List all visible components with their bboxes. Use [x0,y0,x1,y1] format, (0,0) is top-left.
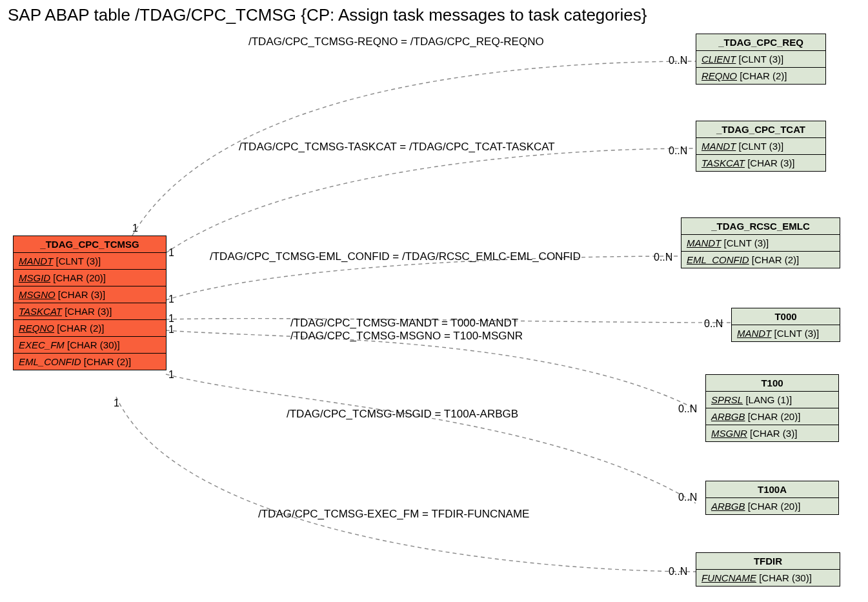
cardinality-left: 1 [168,247,174,259]
cardinality-right: 0..N [669,566,687,577]
entity-cpc-req: _TDAG_CPC_REQ CLIENT [CLNT (3)] REQNO [C… [696,34,826,85]
entity-header: _TDAG_CPC_REQ [696,34,825,51]
relation-label: /TDAG/CPC_TCMSG-MSGID = T100A-ARBGB [287,408,518,421]
relation-label: /TDAG/CPC_TCMSG-TASKCAT = /TDAG/CPC_TCAT… [239,141,555,154]
cardinality-right: 0..N [669,145,687,157]
cardinality-right: 0..N [678,492,697,503]
entity-header: _TDAG_CPC_TCMSG [14,236,166,253]
cardinality-right: 0..N [654,252,672,263]
field-row: CLIENT [CLNT (3)] [696,51,825,68]
relation-label: /TDAG/CPC_TCMSG-EXEC_FM = TFDIR-FUNCNAME [258,508,529,521]
field-row: MSGNR [CHAR (3)] [706,425,838,441]
cardinality-left: 1 [168,294,174,305]
relation-label: /TDAG/CPC_TCMSG-REQNO = /TDAG/CPC_REQ-RE… [248,35,544,48]
field-row: MANDT [CLNT (3)] [732,325,840,341]
field-row: MANDT [CLNT (3)] [696,138,825,155]
cardinality-right: 0..N [678,403,697,415]
field-row: TASKCAT [CHAR (3)] [14,303,166,320]
field-row: TASKCAT [CHAR (3)] [696,155,825,171]
relation-label: /TDAG/CPC_TCMSG-MSGNO = T100-MSGNR [290,330,523,343]
field-row: MANDT [CLNT (3)] [14,253,166,270]
field-row: ARBGB [CHAR (20)] [706,408,838,425]
field-row: EML_CONFID [CHAR (2)] [681,252,840,268]
relation-label: /TDAG/CPC_TCMSG-EML_CONFID = /TDAG/RCSC_… [210,250,581,263]
entity-tfdir: TFDIR FUNCNAME [CHAR (30)] [696,552,840,587]
entity-header: TFDIR [696,553,840,570]
field-row: MSGNO [CHAR (3)] [14,286,166,303]
relation-label: /TDAG/CPC_TCMSG-MANDT = T000-MANDT [290,317,518,330]
cardinality-left: 1 [168,313,174,325]
entity-header: _TDAG_RCSC_EMLC [681,218,840,235]
field-row: EML_CONFID [CHAR (2)] [14,354,166,370]
cardinality-left: 1 [168,324,174,336]
field-row: MSGID [CHAR (20)] [14,270,166,286]
cardinality-right: 0..N [704,318,723,330]
entity-rcsc-emlc: _TDAG_RCSC_EMLC MANDT [CLNT (3)] EML_CON… [681,217,840,268]
field-row: SPRSL [LANG (1)] [706,392,838,408]
entity-t100: T100 SPRSL [LANG (1)] ARBGB [CHAR (20)] … [705,374,839,442]
field-row: FUNCNAME [CHAR (30)] [696,570,840,586]
field-row: MANDT [CLNT (3)] [681,235,840,252]
entity-cpc-tcat: _TDAG_CPC_TCAT MANDT [CLNT (3)] TASKCAT … [696,121,826,172]
page-title: SAP ABAP table /TDAG/CPC_TCMSG {CP: Assi… [8,5,647,25]
cardinality-left: 1 [114,397,119,409]
entity-main-tcmsg: _TDAG_CPC_TCMSG MANDT [CLNT (3)] MSGID [… [13,236,167,370]
cardinality-left: 1 [132,223,138,234]
entity-t000: T000 MANDT [CLNT (3)] [731,308,840,342]
entity-t100a: T100A ARBGB [CHAR (20)] [705,481,839,515]
entity-header: T100A [706,481,838,498]
field-row: REQNO [CHAR (2)] [14,320,166,337]
field-row: ARBGB [CHAR (20)] [706,498,838,514]
field-row: EXEC_FM [CHAR (30)] [14,337,166,354]
cardinality-right: 0..N [669,55,687,66]
entity-header: _TDAG_CPC_TCAT [696,121,825,138]
field-row: REQNO [CHAR (2)] [696,68,825,84]
entity-header: T000 [732,308,840,325]
cardinality-left: 1 [168,369,174,381]
entity-header: T100 [706,375,838,392]
